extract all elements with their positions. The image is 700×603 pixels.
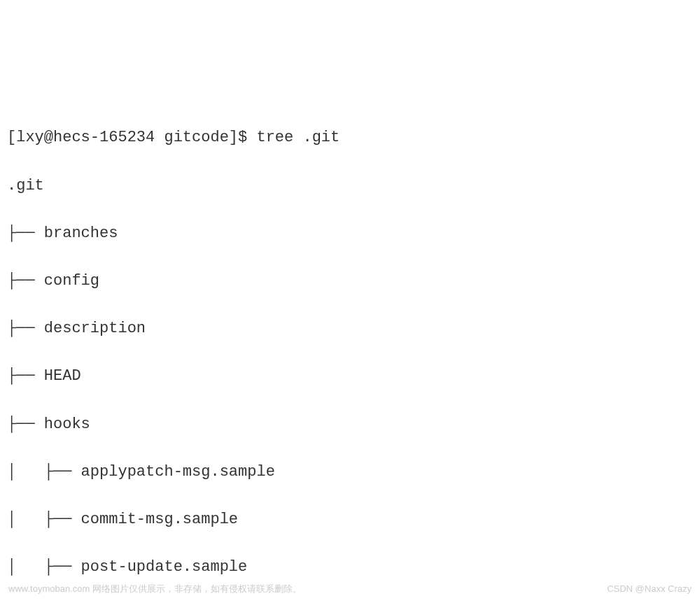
watermark-left: www.toymoban.com 网络图片仅供展示，非存储，如有侵权请联系删除。 bbox=[8, 582, 302, 596]
tree-line: ├── description bbox=[7, 317, 693, 341]
watermark-right: CSDN @Naxx Crazy bbox=[607, 582, 692, 596]
tree-line: │ ├── commit-msg.sample bbox=[7, 508, 693, 532]
tree-line: ├── hooks bbox=[7, 413, 693, 437]
terminal-output: [lxy@hecs-165234 gitcode]$ tree .git .gi… bbox=[7, 102, 693, 603]
tree-line: ├── branches bbox=[7, 222, 693, 246]
tree-line: │ ├── applypatch-msg.sample bbox=[7, 460, 693, 484]
tree-root: .git bbox=[7, 174, 693, 198]
tree-line: ├── HEAD bbox=[7, 364, 693, 388]
tree-line: │ ├── post-update.sample bbox=[7, 555, 693, 579]
tree-line: ├── config bbox=[7, 269, 693, 293]
command-prompt: [lxy@hecs-165234 gitcode]$ tree .git bbox=[7, 126, 693, 150]
